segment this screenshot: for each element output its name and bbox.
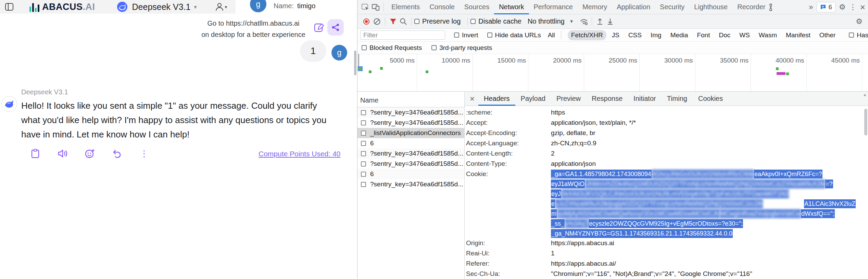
copy-icon[interactable] — [30, 148, 40, 159]
network-conditions-icon[interactable] — [579, 16, 589, 27]
chevron-down-icon[interactable]: ▾ — [225, 4, 227, 10]
request-checkbox[interactable] — [361, 110, 366, 115]
invert-checkbox[interactable] — [454, 32, 459, 38]
device-toolbar-icon[interactable] — [370, 2, 381, 12]
devtools-tab[interactable]: Console — [425, 0, 459, 14]
filter-type-pill[interactable]: JS — [608, 30, 623, 40]
request-checkbox[interactable] — [361, 151, 366, 156]
devtools-tab[interactable]: Elements — [387, 0, 425, 14]
import-har-icon[interactable] — [595, 16, 605, 27]
model-selector[interactable]: Deepseek V3.1 — [132, 2, 191, 12]
filter-type-pill[interactable]: Wasm — [755, 30, 780, 40]
request-checkbox[interactable] — [361, 172, 366, 177]
sidebar-toggle-icon[interactable] — [5, 2, 14, 11]
network-settings-gear-icon[interactable]: ⚙ — [856, 18, 863, 25]
hide-data-urls[interactable]: Hide data URLs — [485, 31, 541, 39]
timeline-request-bar[interactable] — [777, 72, 785, 75]
timeline-request-dot[interactable] — [776, 67, 779, 70]
compute-points-link[interactable]: Compute Points Used: 40 — [259, 150, 340, 158]
profile-icon[interactable] — [215, 2, 224, 12]
devtools-tab[interactable]: Sources — [460, 0, 494, 14]
clear-icon[interactable] — [372, 16, 382, 27]
table-row[interactable]: ?sentry_key=3476ea6df1585d... — [357, 118, 464, 128]
devtools-tab[interactable]: Network — [494, 0, 529, 14]
chevron-down-icon[interactable]: ▾ — [194, 4, 197, 10]
preserve-log-checkbox[interactable] — [414, 19, 419, 24]
issues-badge[interactable]: 6 — [817, 2, 836, 12]
timeline-overview[interactable]: 5000 ms10000 ms15000 ms20000 ms25000 ms3… — [357, 54, 868, 92]
preserve-log-label[interactable]: Preserve log — [422, 17, 461, 25]
third-party-label[interactable]: 3rd-party requests — [439, 44, 492, 52]
hide-data-urls-checkbox[interactable] — [487, 32, 492, 38]
request-checkbox[interactable] — [361, 141, 366, 146]
devtools-tab[interactable]: Security — [655, 0, 689, 14]
devtools-tab[interactable]: Performance — [529, 0, 578, 14]
devtools-tab[interactable]: Application — [612, 0, 655, 14]
name-column-header[interactable]: Name — [357, 92, 464, 107]
more-tabs-icon[interactable]: » — [809, 3, 813, 11]
timeline-request-dot[interactable] — [380, 67, 383, 70]
table-row[interactable]: _listValidApplicationConnectors — [357, 128, 464, 138]
scroll-up-icon[interactable]: ▲ — [863, 92, 867, 97]
blocked-requests-label[interactable]: Blocked Requests — [369, 44, 422, 52]
disable-cache-checkbox[interactable] — [470, 19, 476, 24]
filter-type-pill[interactable]: Font — [693, 30, 713, 40]
detail-tab[interactable]: Initiator — [628, 92, 662, 106]
has-blocked-cookies[interactable]: Has blocked cookies — [846, 31, 868, 39]
detail-scrollbar[interactable] — [864, 109, 867, 135]
disable-cache-label[interactable]: Disable cache — [478, 17, 521, 25]
read-aloud-icon[interactable] — [58, 148, 68, 159]
chat-scrollbar[interactable] — [354, 51, 356, 75]
share-button[interactable] — [327, 19, 344, 36]
devtools-tab[interactable]: Recorder — [732, 0, 770, 14]
more-options-icon[interactable]: ⋮ — [849, 3, 857, 11]
regenerate-icon[interactable] — [112, 148, 123, 159]
timeline-request-dot[interactable] — [786, 72, 789, 75]
filter-type-pill[interactable]: Doc — [715, 30, 734, 40]
search-icon[interactable] — [398, 16, 408, 27]
inspect-element-icon[interactable] — [360, 2, 370, 12]
has-blocked-cookies-checkbox[interactable] — [849, 32, 854, 38]
filter-type-pill[interactable]: Manifest — [782, 30, 814, 40]
filter-type-pill[interactable]: CSS — [625, 30, 645, 40]
filter-type-pill[interactable]: Other — [816, 30, 839, 40]
close-icon[interactable]: × — [466, 92, 478, 106]
detail-tab[interactable]: Payload — [515, 92, 551, 106]
blocked-requests-checkbox[interactable] — [362, 45, 367, 50]
record-icon[interactable] — [363, 18, 369, 25]
filter-icon[interactable] — [388, 16, 398, 27]
detail-tab[interactable]: Timing — [662, 92, 693, 106]
filter-type-all[interactable]: All — [544, 30, 558, 40]
feedback-emoji-icon[interactable] — [85, 148, 95, 159]
detail-tab[interactable]: Preview — [551, 92, 586, 106]
request-checkbox[interactable] — [361, 182, 366, 187]
request-checkbox[interactable] — [361, 120, 366, 125]
request-checkbox[interactable] — [361, 131, 366, 136]
filter-type-pill[interactable]: Img — [647, 30, 665, 40]
new-chat-icon[interactable] — [313, 22, 325, 34]
table-row[interactable]: ?sentry_key=3476ea6df1585d... — [357, 148, 464, 159]
devtools-tab[interactable]: Memory — [578, 0, 612, 14]
third-party-checkbox[interactable] — [431, 45, 437, 50]
filter-type-pill[interactable]: Media — [667, 30, 692, 40]
timeline-selected-request-dot[interactable] — [358, 66, 363, 71]
filter-type-pill[interactable]: WS — [736, 30, 753, 40]
filter-type-pill[interactable]: Fetch/XHR — [568, 30, 606, 40]
devtools-tab[interactable]: Lighthouse — [689, 0, 732, 14]
table-row[interactable]: ?sentry_key=3476ea6df1585d... — [357, 107, 464, 118]
settings-gear-icon[interactable]: ⚙ — [839, 3, 846, 11]
table-row[interactable]: 6 — [357, 169, 464, 179]
more-options-icon[interactable]: ⋮ — [140, 148, 149, 159]
request-checkbox[interactable] — [361, 161, 366, 167]
close-icon[interactable]: × — [860, 3, 865, 12]
detail-tab[interactable]: Headers — [478, 92, 515, 106]
timeline-request-dot[interactable] — [369, 70, 372, 73]
table-row[interactable]: ?sentry_key=3476ea6df1585d... — [357, 159, 464, 169]
filter-input[interactable] — [360, 30, 445, 40]
throttling-select[interactable]: No throttling ▼ — [528, 17, 574, 25]
table-row[interactable]: ?sentry_key=3476ea6df1585d... — [357, 179, 464, 189]
invert-filter[interactable]: Invert — [451, 31, 478, 39]
table-row[interactable]: 6 — [357, 138, 464, 148]
avatar[interactable]: g — [250, 0, 266, 12]
detail-tab[interactable]: Response — [586, 92, 628, 106]
